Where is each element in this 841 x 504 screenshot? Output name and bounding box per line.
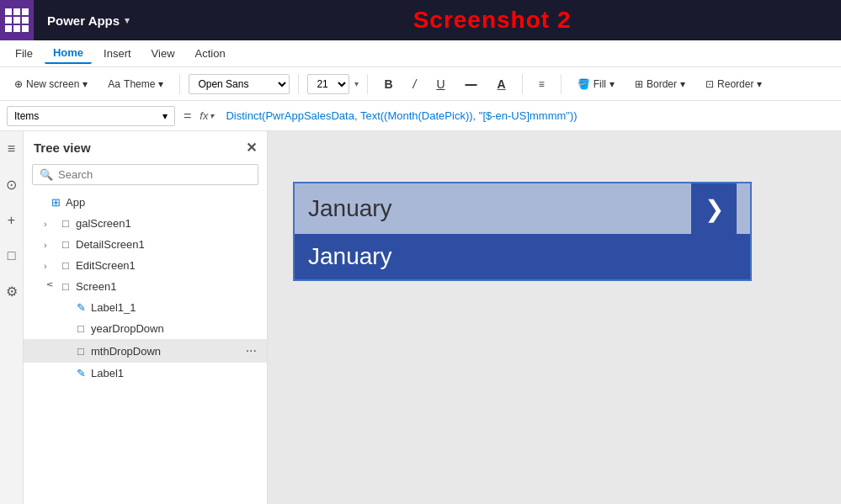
screen-icon-screen1: □ [59,280,72,293]
expand-icon-galscreen1: › [44,219,56,229]
menu-insert[interactable]: Insert [95,44,140,63]
screen-icon-edit: □ [59,259,72,272]
waffle-grid [5,8,29,32]
app-name[interactable]: Power Apps ▾ [34,13,143,28]
toolbar: ⊕ New screen ▾ Aa Theme ▾ Open Sans 21 ▾… [0,67,841,101]
left-icon-settings[interactable]: ⚙ [3,280,21,303]
menu-home[interactable]: Home [45,43,92,64]
color-a-label: A [498,77,506,91]
search-input[interactable] [58,168,251,181]
menu-file[interactable]: File [7,44,41,63]
toolbar-sep-3 [367,74,368,94]
search-box: 🔍 [32,164,258,185]
dropdown-header: January ❯ [295,183,750,234]
fx-label: fx [200,109,208,122]
sidebar-item-editscreen1[interactable]: › □ EditScreen1 [24,255,267,276]
sidebar-item-app[interactable]: ⊞ App [24,192,267,213]
sidebar: Tree view ✕ 🔍 ⊞ App › □ galScreen1 › [24,131,268,504]
sidebar-item-mthdropdown[interactable]: □ mthDropDown ··· [24,339,267,363]
label1-label: Label1 [91,367,257,379]
new-screen-button[interactable]: ⊕ New screen ▾ [7,74,95,94]
menubar: File Home Insert View Action [0,40,841,67]
align-icon: ≡ [539,78,545,90]
sidebar-item-label1-1[interactable]: ✎ Label1_1 [24,297,267,318]
galscreen1-label: galScreen1 [76,217,257,230]
theme-button[interactable]: Aa Theme ▾ [100,74,171,94]
label1-1-label: Label1_1 [91,301,257,314]
items-chevron: ▾ [162,110,168,122]
sidebar-close-button[interactable]: ✕ [246,140,257,156]
sidebar-item-detailscreen1[interactable]: › □ DetailScreen1 [24,234,267,255]
new-screen-icon: ⊕ [14,78,23,90]
items-dropdown[interactable]: Items ▾ [7,106,175,126]
app-icon: ⊞ [49,196,62,209]
dropdown-chevron-button[interactable]: ❯ [691,183,737,234]
theme-label: Theme [124,78,155,90]
new-screen-chevron: ▾ [83,78,88,90]
color-a-button[interactable]: A [490,73,514,95]
bold-button[interactable]: B [376,73,400,95]
fill-button[interactable]: 🪣 Fill ▾ [570,74,622,94]
italic-button[interactable]: / [406,73,424,95]
theme-icon: Aa [108,78,120,90]
theme-chevron: ▾ [158,78,163,90]
canvas-inner: January ❯ January [293,182,752,281]
reorder-label: Reorder [717,78,753,90]
reorder-icon: ⊡ [705,78,714,90]
mth-more-button[interactable]: ··· [246,343,257,358]
sidebar-item-label1[interactable]: ✎ Label1 [24,363,267,384]
fx-button[interactable]: fx ▾ [200,109,214,122]
font-size-select[interactable]: 21 [307,74,349,94]
left-icons-panel: ≡ ⊙ + □ ⚙ [0,131,24,504]
reorder-chevron: ▾ [757,78,762,90]
menu-action[interactable]: Action [187,44,234,63]
label-icon-1-1: ✎ [74,301,88,314]
toolbar-sep-5 [561,74,562,94]
year-icon: □ [74,322,88,335]
expand-icon-detail: › [44,240,56,250]
screen-icon-detail: □ [59,238,72,251]
search-icon: 🔍 [40,168,53,181]
underline-button[interactable]: U [428,73,452,95]
border-label: Border [647,78,677,90]
screenshot-title: Screenshot 2 [143,7,841,34]
app-name-label: Power Apps [47,13,120,28]
waffle-icon[interactable] [0,0,34,40]
fx-chevron: ▾ [210,111,214,120]
toolbar-sep-2 [298,74,299,94]
detailscreen1-label: DetailScreen1 [76,238,257,251]
fill-icon: 🪣 [578,78,590,90]
sidebar-item-yeardropdown[interactable]: □ yearDropDown [24,318,267,339]
fill-chevron: ▾ [609,78,615,90]
sidebar-item-galscreen1[interactable]: › □ galScreen1 [24,213,267,234]
align-button[interactable]: ≡ [531,74,552,94]
mthdropdown-label: mthDropDown [91,345,242,358]
reorder-button[interactable]: ⊡ Reorder ▾ [698,74,769,94]
expand-icon-screen1: ∨ [45,281,56,293]
screen1-label: Screen1 [76,280,257,293]
dropdown-widget[interactable]: January ❯ January [293,182,752,281]
left-icon-layers[interactable]: ⊙ [3,173,20,196]
font-select[interactable]: Open Sans [189,74,290,94]
sidebar-item-screen1[interactable]: ∨ □ Screen1 [24,276,267,297]
border-button[interactable]: ⊞ Border ▾ [627,74,693,94]
canvas: January ❯ January [268,131,841,504]
dropdown-selected-row[interactable]: January [295,234,750,279]
left-icon-add[interactable]: + [4,210,19,231]
strikethrough-button[interactable]: — [458,73,485,95]
yeardropdown-label: yearDropDown [91,322,257,335]
app-label: App [66,196,257,209]
tree-section: ⊞ App › □ galScreen1 › □ DetailScreen1 ›… [24,192,267,504]
left-icon-menu[interactable]: ≡ [4,138,19,160]
font-size-chevron: ▾ [354,79,359,88]
toolbar-sep-1 [179,74,180,94]
dropdown-header-text: January [308,195,392,222]
menu-view[interactable]: View [143,44,184,63]
formulabar: Items ▾ = fx ▾ Distinct(PwrAppSalesData,… [0,101,841,131]
screen-icon-gal: □ [59,217,72,230]
formula-expression[interactable]: Distinct(PwrAppSalesData, Text((Month(Da… [219,106,834,125]
main-layout: ≡ ⊙ + □ ⚙ Tree view ✕ 🔍 ⊞ App › □ gal [0,131,841,504]
left-icon-controls[interactable]: □ [4,245,19,267]
dropdown-selected-text: January [308,243,392,270]
sidebar-title: Tree view [34,141,91,155]
